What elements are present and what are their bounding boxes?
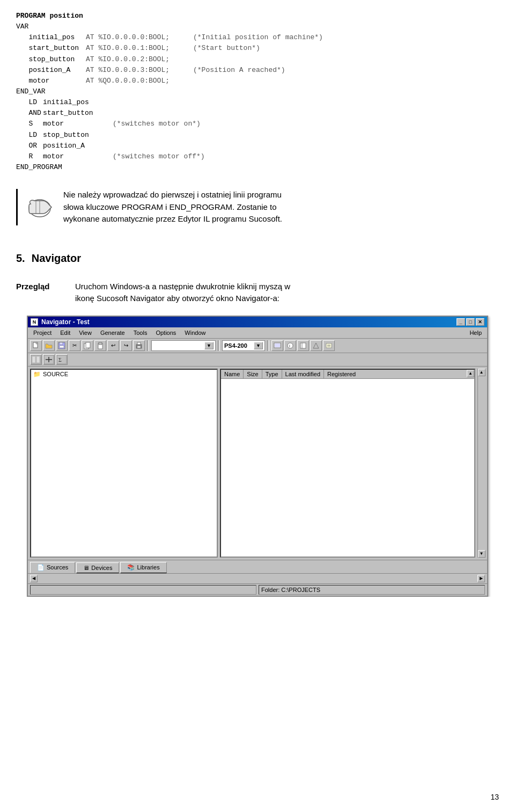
hscroll-right-button[interactable]: ▶	[477, 575, 485, 582]
menu-view[interactable]: View	[75, 328, 96, 337]
scroll-up-button[interactable]: ▲	[478, 369, 485, 376]
code-var-motor: motor AT %QO.0.0.0.0:BOOL;	[16, 76, 499, 86]
panel-header: Name Size Type Last modified Registered …	[221, 370, 474, 379]
tb-btn-t3[interactable]: Σ	[56, 354, 68, 365]
note-icon	[26, 190, 54, 222]
win-titlebar-left: N Navigator - Test	[31, 318, 90, 326]
sources-tab-icon: 📄	[37, 564, 45, 571]
menu-edit[interactable]: Edit	[56, 328, 75, 337]
tb-btn-extra2[interactable]: i	[284, 340, 296, 351]
tb-btn-extra4[interactable]	[310, 340, 322, 351]
win-close-button[interactable]: ✕	[476, 318, 484, 326]
code-and-start: AND start_button	[16, 108, 499, 119]
hscroll-track	[38, 575, 477, 582]
page-number: 13	[490, 793, 499, 801]
tree-source-row[interactable]: 📁 SOURCE	[31, 370, 217, 379]
code-var-start: start_button AT %IO.0.0.0.1:BOOL; (*Star…	[16, 43, 499, 54]
svg-rect-25	[36, 356, 40, 363]
tb-copy-button[interactable]	[82, 340, 93, 351]
tab-sources-label: Sources	[47, 564, 68, 570]
tb-dropdown-1[interactable]: ▼	[151, 340, 216, 351]
right-panel-scroll-btn[interactable]: ▲	[467, 370, 474, 377]
tb-device-arrow[interactable]: ▼	[254, 342, 263, 349]
tb-btn-extra3[interactable]	[297, 340, 309, 351]
win-right-scrollbar[interactable]: ▲ ▼	[477, 369, 485, 558]
svg-rect-6	[60, 346, 64, 348]
tb-separator-1	[147, 340, 149, 351]
win-title-icon: N	[31, 318, 38, 326]
tb-btn-extra1[interactable]	[271, 340, 283, 351]
tb-separator-2	[218, 340, 220, 351]
col-type[interactable]: Type	[262, 370, 282, 378]
win-toolbar-1: ✂ ↩ ↪ ▼ PS4-200 ▼	[28, 339, 487, 353]
code-or-pos: OR position_A	[16, 141, 499, 151]
menu-help[interactable]: Help	[465, 328, 486, 337]
win-maximize-button[interactable]: □	[466, 318, 475, 326]
code-s-motor: S motor (*switches motor on*)	[16, 119, 499, 129]
tb-btn-extra5[interactable]	[323, 340, 335, 351]
tb-redo-button[interactable]: ↪	[120, 340, 132, 351]
col-registered[interactable]: Registered	[324, 370, 467, 378]
tb-btn-t1[interactable]	[30, 354, 42, 365]
tb-separator-3	[267, 340, 269, 351]
menu-project[interactable]: Project	[29, 328, 56, 337]
code-end-var: END_VAR	[16, 86, 499, 97]
tree-source-label: SOURCE	[43, 371, 68, 377]
hscroll-left-button[interactable]: ◀	[30, 575, 38, 582]
win-controls[interactable]: _ □ ✕	[457, 318, 484, 326]
svg-point-16	[288, 343, 293, 348]
tab-devices-label: Devices	[91, 565, 112, 571]
win-left-panel: 📁 SOURCE	[30, 369, 218, 558]
col-size[interactable]: Size	[244, 370, 262, 378]
win-bottom-scrollbar[interactable]: ◀ ▶	[28, 573, 487, 583]
tb-btn-t2[interactable]	[43, 354, 55, 365]
win-titlebar: N Navigator - Test _ □ ✕	[28, 317, 487, 327]
code-block: PROGRAM position VAR initial_pos AT %IO.…	[16, 11, 499, 173]
svg-rect-8	[86, 342, 90, 348]
tab-devices[interactable]: 🖥 Devices	[76, 562, 119, 573]
menu-tools[interactable]: Tools	[129, 328, 152, 337]
tb-undo-button[interactable]: ↩	[107, 340, 119, 351]
win-menubar: Project Edit View Generate Tools Options…	[28, 327, 487, 339]
tb-device-dropdown[interactable]: PS4-200 ▼	[222, 340, 265, 351]
tb-print-button[interactable]	[133, 340, 145, 351]
status-left	[30, 585, 256, 595]
menu-spacer	[210, 328, 465, 337]
tb-device-label: PS4-200	[224, 342, 247, 349]
tab-sources[interactable]: 📄 Sources	[30, 562, 75, 573]
navigator-window: N Navigator - Test _ □ ✕ Project Edit Vi…	[27, 316, 488, 597]
tb-new-button[interactable]	[30, 340, 42, 351]
pointing-hand-icon	[26, 190, 54, 218]
note-box: Nie należy wprowadzać do pierwszej i ost…	[16, 189, 499, 225]
tab-libraries[interactable]: 📚 Libraries	[120, 562, 166, 573]
svg-rect-10	[99, 342, 102, 345]
menu-options[interactable]: Options	[151, 328, 180, 337]
code-program-title: PROGRAM position	[16, 11, 499, 21]
tb-cut-button[interactable]: ✂	[69, 340, 80, 351]
win-main-content: 📁 SOURCE Name Size Type Last modified Re…	[28, 367, 487, 560]
tb-paste-button[interactable]	[94, 340, 106, 351]
svg-text:Σ: Σ	[58, 357, 62, 363]
przeglad-section: Przegląd Uruchom Windows-a a następnie d…	[16, 281, 499, 305]
tb-open-button[interactable]	[43, 340, 55, 351]
win-right-panel: Name Size Type Last modified Registered …	[220, 369, 475, 558]
status-folder: Folder: C:\PROJECTS	[259, 585, 485, 595]
win-toolbar-2: Σ	[28, 353, 487, 367]
libraries-tab-icon: 📚	[127, 564, 135, 571]
code-var-pos: position_A AT %IO.0.0.0.3:BOOL; (*Positi…	[16, 65, 499, 76]
win-minimize-button[interactable]: _	[457, 318, 465, 326]
win-tabs: 📄 Sources 🖥 Devices 📚 Libraries	[28, 560, 487, 573]
col-modified[interactable]: Last modified	[282, 370, 324, 378]
tb-save-button[interactable]	[56, 340, 68, 351]
scroll-down-button[interactable]: ▼	[478, 550, 485, 558]
folder-icon: 📁	[33, 371, 41, 378]
col-name[interactable]: Name	[221, 370, 244, 378]
win-title-text: Navigator - Test	[41, 318, 90, 326]
menu-generate[interactable]: Generate	[96, 328, 129, 337]
svg-rect-24	[32, 356, 35, 363]
menu-window[interactable]: Window	[180, 328, 210, 337]
tb-dropdown-arrow-1[interactable]: ▼	[204, 342, 214, 349]
code-r-motor: R motor (*switches motor off*)	[16, 151, 499, 162]
przeglad-content: Uruchom Windows-a a następnie dwukrotnie…	[75, 281, 290, 305]
przeglad-label: Przegląd	[16, 281, 64, 291]
